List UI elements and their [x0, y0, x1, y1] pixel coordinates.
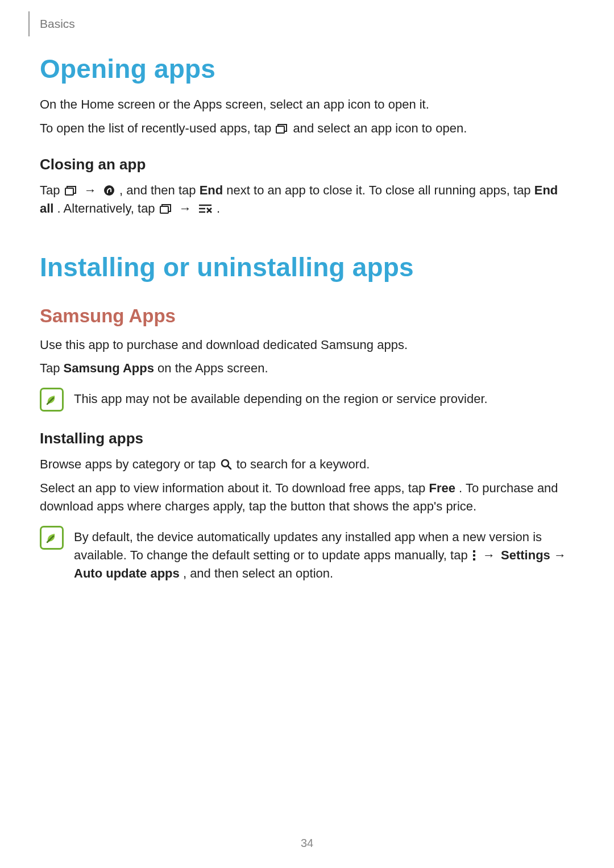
svg-rect-1 — [65, 188, 73, 195]
more-icon — [472, 550, 476, 561]
svg-rect-14 — [473, 554, 475, 556]
installing-paragraph-2: Select an app to view information about … — [40, 479, 574, 516]
text: to search for a keyword. — [237, 457, 370, 471]
recents-icon — [160, 204, 172, 214]
page-header: Basics — [40, 17, 574, 31]
heading-opening-apps: Opening apps — [40, 53, 574, 84]
text: . Alternatively, tap — [57, 201, 159, 215]
samsung-paragraph-2: Tap Samsung Apps on the Apps screen. — [40, 359, 574, 377]
page-number: 34 — [0, 837, 614, 850]
text: , and then select an option. — [183, 566, 333, 580]
text: , and then tap — [119, 183, 200, 197]
text: Tap — [40, 183, 64, 197]
heading-closing-app: Closing an app — [40, 156, 574, 173]
svg-rect-13 — [473, 550, 475, 553]
text: on the Apps screen. — [157, 361, 268, 375]
end-label: End — [200, 183, 223, 197]
text: Browse apps by category or tap — [40, 457, 219, 471]
auto-update-label: Auto update apps — [74, 566, 180, 580]
arrow-icon: → — [179, 200, 192, 218]
closing-paragraph: Tap → , and then tap End next to an app … — [40, 181, 574, 218]
header-rule — [28, 11, 30, 36]
arrow-icon: → — [84, 181, 97, 200]
installing-paragraph-1: Browse apps by category or tap to search… — [40, 455, 574, 474]
search-icon — [221, 459, 232, 470]
samsung-apps-label: Samsung Apps — [64, 361, 154, 375]
note-availability: This app may not be available depending … — [40, 388, 574, 412]
text: . — [217, 201, 220, 215]
text: Tap — [40, 361, 64, 375]
recents-icon — [276, 124, 288, 134]
opening-paragraph-2: To open the list of recently-used apps, … — [40, 119, 574, 138]
section-breadcrumb: Basics — [40, 17, 75, 31]
svg-point-2 — [104, 185, 114, 196]
arrow-icon: → — [483, 546, 495, 564]
heading-installing-apps: Installing apps — [40, 430, 574, 447]
recents-icon — [65, 186, 77, 196]
note-auto-update: By default, the device automatically upd… — [40, 526, 574, 583]
manual-page: Basics Opening apps On the Home screen o… — [0, 0, 614, 868]
text: next to an app to close it. To close all… — [226, 183, 534, 197]
heading-installing-uninstalling: Installing or uninstalling apps — [40, 252, 574, 283]
svg-rect-15 — [473, 558, 475, 560]
samsung-paragraph-1: Use this app to purchase and download de… — [40, 336, 574, 354]
close-all-icon — [198, 204, 212, 214]
text: Select an app to view information about … — [40, 481, 429, 495]
note-text: This app may not be available depending … — [74, 388, 574, 412]
task-manager-icon — [103, 185, 115, 196]
svg-line-11 — [228, 466, 231, 469]
text: To open the list of recently-used apps, … — [40, 121, 275, 135]
note-leaf-icon — [40, 388, 64, 412]
free-label: Free — [429, 481, 455, 495]
note-text: By default, the device automatically upd… — [74, 526, 574, 583]
text: By default, the device automatically upd… — [74, 530, 542, 562]
settings-label: Settings — [501, 548, 550, 562]
text: → — [554, 548, 566, 562]
heading-samsung-apps: Samsung Apps — [40, 305, 574, 327]
text: and select an app icon to open. — [293, 121, 467, 135]
opening-paragraph-1: On the Home screen or the Apps screen, s… — [40, 95, 574, 114]
svg-rect-0 — [276, 126, 284, 133]
svg-rect-3 — [160, 206, 168, 213]
note-leaf-icon — [40, 526, 64, 550]
